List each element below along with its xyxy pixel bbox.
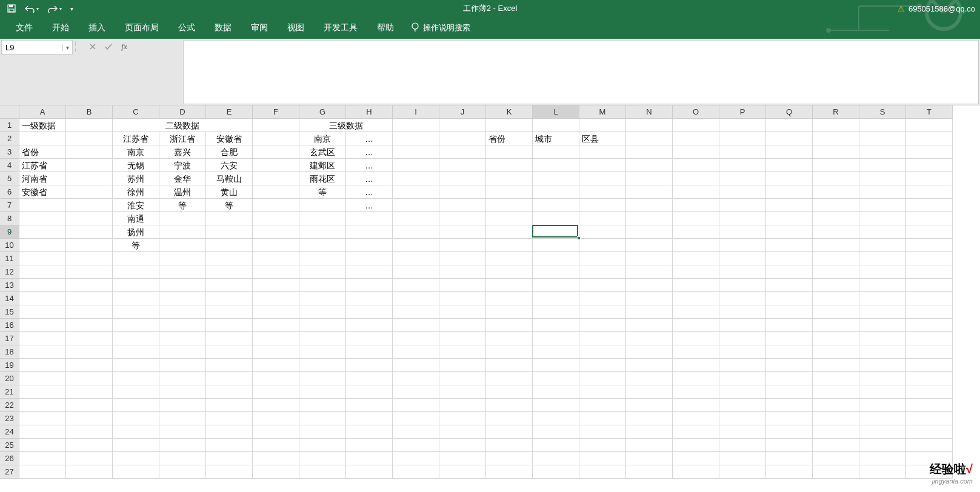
cell-O10[interactable] xyxy=(673,239,719,252)
cell-G14[interactable] xyxy=(299,292,346,305)
cell-P3[interactable] xyxy=(719,145,766,159)
cell-Q6[interactable] xyxy=(766,185,813,199)
cell-E25[interactable] xyxy=(206,439,253,452)
cell-Q11[interactable] xyxy=(766,252,813,265)
row-header-16[interactable]: 16 xyxy=(0,319,19,332)
cell-G23[interactable] xyxy=(299,412,346,425)
cell-G8[interactable] xyxy=(299,212,346,225)
cell-E13[interactable] xyxy=(206,279,253,292)
fill-handle[interactable] xyxy=(577,236,581,240)
cell-R13[interactable] xyxy=(813,279,859,292)
cell-L9[interactable] xyxy=(533,225,579,239)
cell-O25[interactable] xyxy=(673,439,719,452)
cell-Q21[interactable] xyxy=(766,385,813,399)
tab-view[interactable]: 视图 xyxy=(278,18,314,38)
cell-K23[interactable] xyxy=(486,412,533,425)
col-header-E[interactable]: E xyxy=(206,105,253,118)
cell-N23[interactable] xyxy=(626,412,673,425)
cell-J8[interactable] xyxy=(439,212,486,225)
cell-B15[interactable] xyxy=(66,305,113,319)
cell-R1[interactable] xyxy=(813,119,859,132)
cell-T6[interactable] xyxy=(906,185,953,199)
cell-F18[interactable] xyxy=(253,345,299,359)
cell-P17[interactable] xyxy=(719,332,766,345)
cell-G7[interactable] xyxy=(299,199,346,212)
cell-K26[interactable] xyxy=(486,452,533,465)
cell-Q12[interactable] xyxy=(766,265,813,279)
cell-S18[interactable] xyxy=(859,345,906,359)
cell-G12[interactable] xyxy=(299,265,346,279)
cell-M10[interactable] xyxy=(579,239,626,252)
cell-I5[interactable] xyxy=(393,172,439,185)
cell-T24[interactable] xyxy=(906,425,953,439)
cell-E26[interactable] xyxy=(206,452,253,465)
cell-R15[interactable] xyxy=(813,305,859,319)
row-header-22[interactable]: 22 xyxy=(0,399,19,412)
cell-R14[interactable] xyxy=(813,292,859,305)
cell-P15[interactable] xyxy=(719,305,766,319)
col-header-Q[interactable]: Q xyxy=(766,105,813,118)
cell-M27[interactable] xyxy=(579,465,626,479)
cell-G2[interactable]: 南京 xyxy=(299,132,346,145)
cell-J3[interactable] xyxy=(439,145,486,159)
cell-D18[interactable] xyxy=(159,345,206,359)
cell-Q16[interactable] xyxy=(766,319,813,332)
cell-N26[interactable] xyxy=(626,452,673,465)
col-header-C[interactable]: C xyxy=(113,105,159,118)
cell-R20[interactable] xyxy=(813,372,859,385)
cell-L12[interactable] xyxy=(533,265,579,279)
cell-S9[interactable] xyxy=(859,225,906,239)
cell-Q9[interactable] xyxy=(766,225,813,239)
cell-L6[interactable] xyxy=(533,185,579,199)
cell-M2[interactable]: 区县 xyxy=(579,132,626,145)
cell-S1[interactable] xyxy=(859,119,906,132)
cell-J11[interactable] xyxy=(439,252,486,265)
cell-B12[interactable] xyxy=(66,265,113,279)
cell-A20[interactable] xyxy=(19,372,66,385)
row-header-19[interactable]: 19 xyxy=(0,359,19,372)
cell-K6[interactable] xyxy=(486,185,533,199)
cell-R22[interactable] xyxy=(813,399,859,412)
cell-G9[interactable] xyxy=(299,225,346,239)
cell-O12[interactable] xyxy=(673,265,719,279)
cell-S26[interactable] xyxy=(859,452,906,465)
cell-Q17[interactable] xyxy=(766,332,813,345)
cell-M8[interactable] xyxy=(579,212,626,225)
cell-I11[interactable] xyxy=(393,252,439,265)
cell-R8[interactable] xyxy=(813,212,859,225)
row-header-12[interactable]: 12 xyxy=(0,265,19,279)
cell-M14[interactable] xyxy=(579,292,626,305)
cell-L23[interactable] xyxy=(533,412,579,425)
account-area[interactable]: ⚠ 695051586@qq.co xyxy=(898,4,980,13)
cell-J16[interactable] xyxy=(439,319,486,332)
cell-D8[interactable] xyxy=(159,212,206,225)
cell-G27[interactable] xyxy=(299,465,346,479)
cell-I2[interactable] xyxy=(393,132,439,145)
cell-P13[interactable] xyxy=(719,279,766,292)
cell-L2[interactable]: 城市 xyxy=(533,132,579,145)
cell-H19[interactable] xyxy=(346,359,393,372)
col-header-T[interactable]: T xyxy=(906,105,953,118)
formula-input[interactable] xyxy=(183,40,979,104)
cell-M9[interactable] xyxy=(579,225,626,239)
cell-M6[interactable] xyxy=(579,185,626,199)
cell-L11[interactable] xyxy=(533,252,579,265)
cell-G17[interactable] xyxy=(299,332,346,345)
cell-O21[interactable] xyxy=(673,385,719,399)
cell-B16[interactable] xyxy=(66,319,113,332)
cell-R4[interactable] xyxy=(813,159,859,172)
cell-P12[interactable] xyxy=(719,265,766,279)
tab-review[interactable]: 审阅 xyxy=(241,18,278,38)
cell-H17[interactable] xyxy=(346,332,393,345)
cell-F26[interactable] xyxy=(253,452,299,465)
cell-J14[interactable] xyxy=(439,292,486,305)
cell-Q25[interactable] xyxy=(766,439,813,452)
cell-B7[interactable] xyxy=(66,199,113,212)
cell-F19[interactable] xyxy=(253,359,299,372)
cell-K17[interactable] xyxy=(486,332,533,345)
cell-A24[interactable] xyxy=(19,425,66,439)
tab-home[interactable]: 开始 xyxy=(42,18,79,38)
cell-C25[interactable] xyxy=(113,439,159,452)
cell-P22[interactable] xyxy=(719,399,766,412)
cell-M24[interactable] xyxy=(579,425,626,439)
